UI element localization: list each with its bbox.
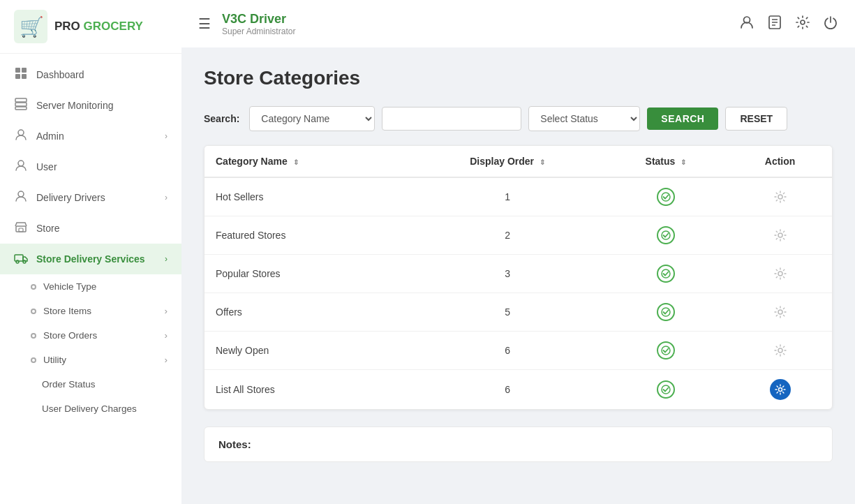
- svg-rect-8: [15, 107, 27, 110]
- arrow-icon: ›: [165, 330, 168, 341]
- sidebar-item-delivery-drivers[interactable]: Delivery Drivers ›: [0, 182, 181, 213]
- status-select[interactable]: Select Status Active Inactive: [528, 106, 640, 131]
- cell-category-name: Featured Stores: [205, 216, 412, 255]
- svg-point-10: [18, 161, 24, 166]
- notes-icon[interactable]: [767, 15, 782, 34]
- notes-title: Notes:: [218, 438, 251, 450]
- cell-category-name: List All Stores: [205, 370, 412, 410]
- topbar-app-name: V3C Driver: [222, 12, 728, 27]
- svg-point-22: [801, 20, 805, 24]
- search-button[interactable]: SEARCH: [647, 108, 718, 130]
- categories-table-container: Category Name ⇕ Display Order ⇕ Status ⇕: [204, 145, 833, 410]
- svg-rect-14: [15, 255, 23, 261]
- sidebar-item-user-delivery-charges[interactable]: User Delivery Charges: [0, 396, 181, 421]
- cell-display-order: 3: [412, 255, 604, 293]
- cell-display-order: 5: [412, 293, 604, 332]
- status-active-icon: [656, 302, 676, 322]
- col-status[interactable]: Status ⇕: [604, 146, 729, 177]
- sidebar-item-vehicle-type[interactable]: Vehicle Type: [0, 274, 181, 299]
- cell-display-order: 2: [412, 216, 604, 255]
- cell-action: [728, 293, 832, 332]
- sidebar-item-label: Delivery Drivers: [36, 192, 105, 203]
- status-active-icon: [656, 264, 676, 283]
- sidebar-item-order-status[interactable]: Order Status: [0, 372, 181, 396]
- cell-action: [728, 370, 832, 410]
- sidebar-sub-label: Store Orders: [43, 330, 97, 341]
- search-label: Search:: [204, 113, 239, 124]
- cell-display-order: 6: [412, 332, 604, 370]
- sidebar-item-admin[interactable]: Admin ›: [0, 121, 181, 151]
- col-category-name[interactable]: Category Name ⇕: [205, 146, 412, 177]
- dot-icon: [31, 309, 36, 314]
- col-display-order[interactable]: Display Order ⇕: [412, 146, 604, 177]
- category-name-select[interactable]: Category Name: [249, 106, 375, 131]
- arrow-icon: ›: [165, 193, 168, 202]
- dot-icon: [31, 357, 36, 363]
- sidebar-item-server-monitoring[interactable]: Server Monitoring: [0, 90, 181, 121]
- dot-icon: [31, 333, 36, 339]
- svg-rect-7: [15, 103, 27, 106]
- status-active-icon: [656, 225, 676, 245]
- sidebar-item-label: User: [36, 161, 57, 172]
- svg-point-15: [16, 260, 19, 263]
- action-gear-icon[interactable]: [771, 187, 790, 207]
- power-icon[interactable]: [823, 15, 838, 34]
- sidebar-item-utility[interactable]: Utility ›: [0, 348, 181, 372]
- action-gear-icon[interactable]: [771, 341, 790, 360]
- sidebar-item-label: Store: [36, 223, 59, 234]
- action-gear-icon[interactable]: [771, 225, 790, 245]
- sidebar-item-store-delivery-services[interactable]: Store Delivery Services ›: [0, 244, 181, 274]
- table-row: List All Stores6: [205, 370, 832, 410]
- svg-point-16: [23, 260, 26, 263]
- check-circle-icon: [657, 341, 675, 360]
- cell-status: [604, 370, 729, 410]
- search-text-input[interactable]: [382, 107, 521, 131]
- sidebar-item-dashboard[interactable]: Dashboard: [0, 59, 181, 90]
- arrow-icon: ›: [165, 306, 168, 316]
- cell-status: [604, 332, 729, 370]
- col-action: Action: [728, 146, 832, 177]
- svg-point-34: [778, 388, 782, 392]
- cell-action: [728, 332, 832, 370]
- page-title: Store Categories: [204, 67, 833, 89]
- svg-point-26: [778, 233, 782, 237]
- check-circle-icon: [657, 303, 675, 321]
- server-monitoring-icon: [14, 98, 28, 113]
- cell-status: [604, 177, 729, 216]
- svg-rect-2: [15, 68, 20, 73]
- svg-rect-12: [16, 226, 26, 232]
- cell-display-order: 1: [412, 177, 604, 216]
- cell-category-name: Popular Stores: [205, 255, 412, 293]
- user-profile-icon[interactable]: [739, 15, 754, 34]
- settings-icon[interactable]: [795, 15, 810, 34]
- svg-rect-5: [22, 74, 27, 79]
- sidebar-item-user[interactable]: User: [0, 151, 181, 182]
- check-circle-icon: [657, 265, 675, 283]
- sidebar-item-store-orders[interactable]: Store Orders ›: [0, 323, 181, 348]
- svg-point-9: [18, 130, 24, 135]
- arrow-icon: ›: [165, 131, 168, 141]
- topbar-sub-title: Super Administrator: [222, 27, 728, 36]
- sidebar-sub-label: Store Items: [43, 306, 91, 316]
- sidebar-item-store[interactable]: Store: [0, 213, 181, 244]
- dashboard-icon: [14, 67, 28, 82]
- sidebar-item-store-items[interactable]: Store Items ›: [0, 299, 181, 323]
- reset-button[interactable]: RESET: [725, 107, 787, 131]
- action-gear-icon[interactable]: [771, 302, 790, 322]
- sort-icon: ⇕: [681, 158, 686, 166]
- svg-rect-3: [22, 68, 27, 73]
- menu-icon[interactable]: ☰: [198, 15, 211, 32]
- action-gear-blue-icon[interactable]: [770, 379, 791, 400]
- status-active-icon: [656, 380, 676, 399]
- topbar-title-section: V3C Driver Super Administrator: [222, 12, 728, 36]
- logo-text: PRO GROCERY: [54, 20, 143, 34]
- sidebar-item-label: Admin: [36, 131, 64, 142]
- cell-action: [728, 216, 832, 255]
- topbar: ☰ V3C Driver Super Administrator: [181, 0, 855, 47]
- cell-action: [728, 177, 832, 216]
- sidebar: 🛒 PRO GROCERY Dashboard Server Monitorin…: [0, 0, 181, 504]
- status-active-icon: [656, 187, 676, 207]
- dot-icon: [31, 284, 36, 290]
- action-gear-icon[interactable]: [771, 264, 790, 283]
- logo-icon: 🛒: [14, 10, 47, 43]
